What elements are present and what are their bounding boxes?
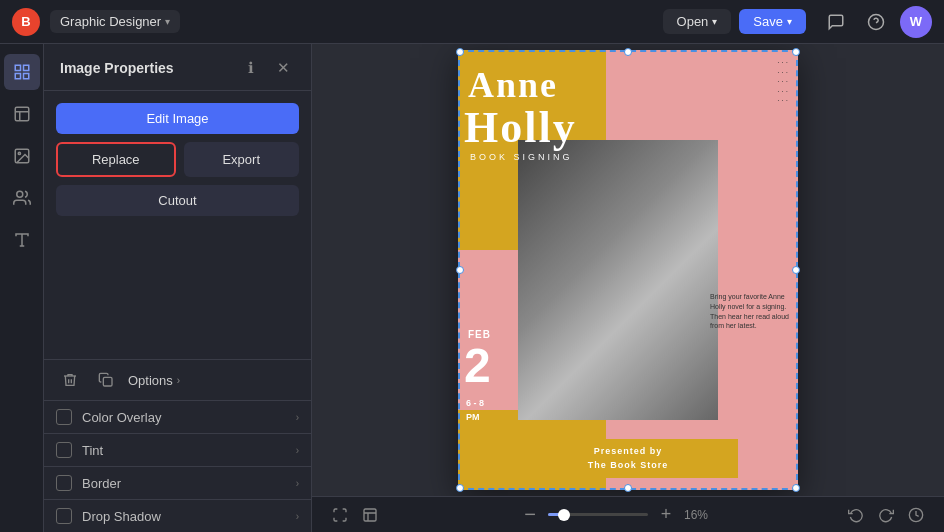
cutout-button[interactable]: Cutout	[56, 185, 299, 216]
panel-title: Image Properties	[60, 60, 239, 76]
effect-tint-label: Tint	[82, 443, 296, 458]
svg-rect-5	[23, 74, 28, 79]
left-icon-bar	[0, 44, 44, 532]
main-content: Image Properties ℹ ✕ Edit Image Replace …	[0, 44, 944, 532]
app-logo[interactable]: B	[12, 8, 40, 36]
export-button[interactable]: Export	[184, 142, 300, 177]
save-button[interactable]: Save ▾	[739, 9, 806, 34]
project-name: Graphic Designer	[60, 14, 161, 29]
svg-point-11	[16, 191, 22, 197]
panel-header: Image Properties ℹ ✕	[44, 44, 311, 91]
effect-border-checkbox[interactable]	[56, 475, 72, 491]
history-button[interactable]	[904, 503, 928, 527]
canvas-scroll[interactable]: Anne Holly Book Signing Bring your favor…	[312, 44, 944, 496]
effect-tint-checkbox[interactable]	[56, 442, 72, 458]
layer-toolbar: Options ›	[44, 359, 311, 400]
effect-color-overlay-chevron-icon: ›	[296, 412, 299, 423]
open-chevron-icon: ▾	[712, 16, 717, 27]
effect-drop-shadow-checkbox[interactable]	[56, 508, 72, 524]
poster-name-line2: Holly	[464, 102, 577, 153]
undo-button[interactable]	[844, 503, 868, 527]
project-selector[interactable]: Graphic Designer ▾	[50, 10, 180, 33]
select-tool-button[interactable]	[4, 54, 40, 90]
svg-point-10	[18, 152, 20, 154]
effect-border-chevron-icon: ›	[296, 478, 299, 489]
options-chevron-icon: ›	[177, 375, 180, 386]
poster-date-day: 2	[464, 342, 491, 390]
svg-rect-2	[15, 65, 20, 70]
effect-color-overlay-label: Color Overlay	[82, 410, 296, 425]
svg-rect-6	[15, 107, 29, 121]
redo-button[interactable]	[874, 503, 898, 527]
poster-name-line1: Anne	[468, 64, 558, 106]
actual-size-button[interactable]	[358, 503, 382, 527]
layout-tool-button[interactable]	[4, 96, 40, 132]
zoom-percent: 16%	[684, 508, 708, 522]
topbar: B Graphic Designer ▾ Open ▾ Save ▾ W	[0, 0, 944, 44]
zoombar: − + 16%	[312, 496, 944, 532]
panel-body: Edit Image Replace Export Cutout	[44, 91, 311, 359]
poster-dots: ···············	[777, 58, 790, 106]
replace-button[interactable]: Replace	[56, 142, 176, 177]
project-chevron-icon: ▾	[165, 16, 170, 27]
zoom-slider[interactable]	[548, 513, 648, 516]
image-tool-button[interactable]	[4, 138, 40, 174]
open-button[interactable]: Open ▾	[663, 9, 732, 34]
effect-border-label: Border	[82, 476, 296, 491]
zoom-in-button[interactable]: +	[654, 503, 678, 527]
canvas-area: Anne Holly Book Signing Bring your favor…	[312, 44, 944, 532]
options-button[interactable]: Options ›	[128, 373, 299, 388]
svg-rect-15	[364, 509, 376, 521]
delete-layer-button[interactable]	[56, 366, 84, 394]
effect-color-overlay-row[interactable]: Color Overlay ›	[44, 400, 311, 433]
poster-time: 6 - 8 PM	[466, 397, 484, 424]
panel-info-button[interactable]: ℹ	[239, 56, 263, 80]
user-avatar[interactable]: W	[900, 6, 932, 38]
svg-rect-4	[15, 74, 20, 79]
svg-rect-3	[23, 65, 28, 70]
poster-desc: Bring your favorite Anne Holly novel for…	[710, 292, 790, 331]
properties-panel: Image Properties ℹ ✕ Edit Image Replace …	[44, 44, 312, 532]
effect-tint-row[interactable]: Tint ›	[44, 433, 311, 466]
effect-drop-shadow-label: Drop Shadow	[82, 509, 296, 524]
zoom-out-button[interactable]: −	[518, 503, 542, 527]
effect-drop-shadow-row[interactable]: Drop Shadow ›	[44, 499, 311, 532]
fit-view-button[interactable]	[328, 503, 352, 527]
effect-color-overlay-checkbox[interactable]	[56, 409, 72, 425]
effect-border-row[interactable]: Border ›	[44, 466, 311, 499]
svg-rect-14	[103, 377, 112, 386]
design-canvas: Anne Holly Book Signing Bring your favor…	[458, 50, 798, 490]
help-button[interactable]	[860, 6, 892, 38]
save-chevron-icon: ▾	[787, 16, 792, 27]
effect-drop-shadow-chevron-icon: ›	[296, 511, 299, 522]
duplicate-layer-button[interactable]	[92, 366, 120, 394]
effect-tint-chevron-icon: ›	[296, 445, 299, 456]
poster-subtitle: Book Signing	[470, 152, 573, 162]
comment-button[interactable]	[820, 6, 852, 38]
poster: Anne Holly Book Signing Bring your favor…	[458, 50, 798, 490]
poster-presented: Presented byThe Book Store	[518, 439, 738, 478]
text-tool-button[interactable]	[4, 222, 40, 258]
panel-close-button[interactable]: ✕	[271, 56, 295, 80]
people-tool-button[interactable]	[4, 180, 40, 216]
edit-image-button[interactable]: Edit Image	[56, 103, 299, 134]
